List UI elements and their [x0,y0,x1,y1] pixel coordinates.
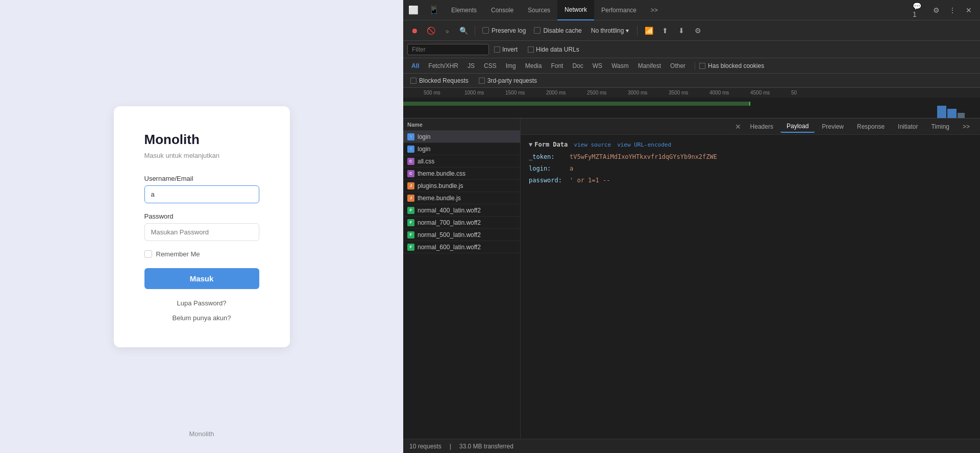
type-doc[interactable]: Doc [568,60,587,71]
type-manifest[interactable]: Manifest [634,60,665,71]
type-ws[interactable]: WS [589,60,606,71]
inspect-icon[interactable]: ⬜ [403,0,424,20]
disable-cache-toggle[interactable]: Disable cache [531,27,584,34]
tab-more[interactable]: >> [644,0,665,20]
list-item[interactable]: F normal_500_latin.woff2 [403,229,520,241]
undock-icon[interactable]: ⋮ [945,3,960,17]
tab-headers[interactable]: Headers [744,121,779,132]
settings-icon[interactable]: ⚙ [929,3,943,17]
type-media[interactable]: Media [521,60,546,71]
network-toolbar: ⏺ 🚫 ⬦ 🔍 Preserve log Disable cache No th… [403,20,980,41]
gear-icon[interactable]: ⚙ [691,23,705,38]
devtools-tab-icons: 💬 1 ⚙ ⋮ ✕ [913,3,980,17]
login-page: Monolith Masuk untuk melanjutkan Usernam… [0,0,403,453]
transferred-size: 33.0 MB transferred [459,443,513,450]
blocked-requests-checkbox[interactable] [410,78,416,84]
submit-button[interactable]: Masuk [144,268,259,289]
timeline-ruler: 500 ms 1000 ms 1500 ms 2000 ms 2500 ms 3… [403,88,980,98]
type-other[interactable]: Other [666,60,690,71]
separator-2 [637,26,638,36]
has-blocked-cookies-toggle[interactable]: Has blocked cookies [696,62,767,69]
invert-checkbox[interactable] [494,46,500,53]
file-icon: ↑ [407,146,414,153]
wifi-icon[interactable]: 📶 [642,23,656,38]
remember-checkbox[interactable] [144,250,152,258]
username-input[interactable] [144,185,259,203]
clear-button[interactable]: 🚫 [424,23,438,38]
form-data-row-token: _token: tV5wFyMZTAiMdIxoYHTkxvfr1dqGYsYb… [529,152,972,162]
tick-50: 50 [791,90,797,96]
hide-data-urls-toggle[interactable]: Hide data URLs [523,46,584,53]
status-bar: 10 requests | 33.0 MB transferred [403,439,980,453]
view-source-link[interactable]: view source [574,141,611,148]
type-filter-bar: All Fetch/XHR JS CSS Img Media Font Doc … [403,58,980,74]
forgot-password-link[interactable]: Lupa Password? [144,299,259,307]
detail-close-button[interactable]: ✕ [733,122,743,132]
list-item[interactable]: J plugins.bundle.js [403,180,520,192]
file-icon: C [407,158,414,165]
detail-panel: ✕ Headers Payload Preview Response Initi… [521,118,980,439]
type-font[interactable]: Font [547,60,567,71]
tab-console[interactable]: Console [484,0,521,20]
tick-4500: 4500 ms [750,90,770,96]
tab-network[interactable]: Network [557,0,594,20]
type-fetch-xhr[interactable]: Fetch/XHR [424,60,462,71]
search-button[interactable]: 🔍 [456,23,471,38]
filter-input[interactable] [407,44,489,55]
view-url-encoded-link[interactable]: view URL-encoded [617,141,671,148]
tick-2500: 2500 ms [587,90,606,96]
list-item[interactable]: C all.css [403,155,520,168]
type-css[interactable]: CSS [480,60,501,71]
tab-performance[interactable]: Performance [594,0,644,20]
type-wasm[interactable]: Wasm [607,60,633,71]
list-item[interactable]: F normal_400_latin.woff2 [403,204,520,217]
throttling-dropdown[interactable]: No throttling ▾ [587,25,633,36]
username-label: Username/Email [144,175,259,182]
type-img[interactable]: Img [502,60,520,71]
tick-2000: 2000 ms [546,90,566,96]
has-blocked-cookies-checkbox[interactable] [699,63,705,69]
timeline-content [403,98,980,118]
timeline-green-bar [403,102,750,106]
tick-3500: 3500 ms [669,90,688,96]
devtools-tab-bar: ⬜ 📱 Elements Console Sources Network Per… [403,0,980,20]
login-subtitle: Masuk untuk melanjutkan [144,152,259,159]
filter-icon[interactable]: ⬦ [440,23,454,38]
preserve-log-checkbox[interactable] [482,27,489,34]
tab-preview[interactable]: Preview [816,121,850,132]
tab-sources[interactable]: Sources [521,0,557,20]
list-item[interactable]: C theme.bundle.css [403,168,520,180]
download-icon[interactable]: ⬇ [674,23,689,38]
tab-timing[interactable]: Timing [925,121,955,132]
device-icon[interactable]: 📱 [424,0,444,20]
disable-cache-checkbox[interactable] [534,27,541,34]
register-link[interactable]: Belum punya akun? [144,314,259,322]
list-item[interactable]: F normal_700_latin.woff2 [403,217,520,229]
file-list-panel: Name ↑ login ↑ login C all.css C theme.b… [403,118,521,439]
list-item[interactable]: ↑ login [403,143,520,155]
form-data-row-password: password: ' or 1=1 -- [529,176,972,185]
tab-elements[interactable]: Elements [444,0,484,20]
record-button[interactable]: ⏺ [407,23,422,38]
chat-icon[interactable]: 💬 1 [913,3,927,17]
list-item[interactable]: F normal_600_latin.woff2 [403,241,520,253]
blocked-requests-toggle[interactable]: Blocked Requests [407,77,472,84]
tab-response[interactable]: Response [851,121,891,132]
third-party-toggle[interactable]: 3rd-party requests [476,77,540,84]
third-party-checkbox[interactable] [479,78,485,84]
close-devtools-icon[interactable]: ✕ [962,3,976,17]
upload-icon[interactable]: ⬆ [658,23,672,38]
list-item[interactable]: J theme.bundle.js [403,192,520,204]
password-input[interactable] [144,223,259,241]
timeline-bar-3 [958,113,965,118]
tab-payload[interactable]: Payload [780,121,815,133]
type-js[interactable]: JS [463,60,479,71]
list-item[interactable]: ↑ login [403,131,520,143]
file-icon: F [407,219,414,226]
type-all[interactable]: All [407,60,423,71]
invert-toggle[interactable]: Invert [489,46,523,53]
tab-initiator[interactable]: Initiator [892,121,924,132]
tab-more-detail[interactable]: >> [957,121,976,132]
preserve-log-toggle[interactable]: Preserve log [479,27,529,34]
hide-data-urls-checkbox[interactable] [528,46,534,53]
